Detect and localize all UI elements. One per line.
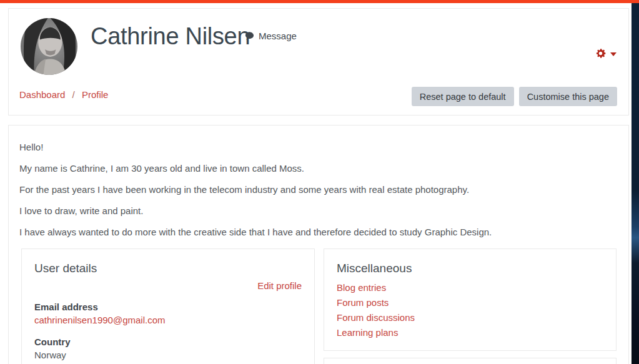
user-details-title: User details: [34, 260, 302, 277]
forum-posts-link[interactable]: Forum posts: [337, 295, 603, 310]
country-label: Country: [34, 335, 302, 348]
learning-plans-link[interactable]: Learning plans: [337, 325, 603, 340]
breadcrumb-separator: /: [72, 89, 75, 100]
message-label: Message: [259, 31, 297, 41]
blog-entries-link[interactable]: Blog entries: [337, 280, 603, 295]
profile-photo-placeholder: [21, 18, 77, 75]
profile-header-card: Cathrine Nilsen Message Dashboard / Prof…: [8, 8, 629, 116]
edit-profile-row: Edit profile: [34, 280, 302, 292]
gear-icon: [595, 47, 607, 59]
page-background-edge: [632, 3, 639, 364]
bio-paragraph: Hello!: [19, 140, 617, 154]
message-icon: [245, 31, 254, 41]
breadcrumb-profile[interactable]: Profile: [82, 89, 109, 100]
bio-paragraph: I love to draw, write and paint.: [19, 204, 617, 217]
message-link[interactable]: Message: [245, 31, 297, 41]
page-action-buttons: Reset page to default Customise this pag…: [412, 87, 617, 106]
user-details-card: User details Edit profile Email address …: [21, 248, 315, 364]
bio-paragraph: I have always wanted to do more with the…: [19, 225, 617, 239]
breadcrumb-dashboard[interactable]: Dashboard: [19, 89, 65, 100]
email-field: Email address cathrinenilsen1990@gmail.c…: [34, 300, 302, 327]
reset-page-button[interactable]: Reset page to default: [412, 87, 514, 106]
miscellaneous-card: Miscellaneous Blog entries Forum posts F…: [324, 248, 617, 351]
country-value: Norway: [34, 348, 66, 362]
email-label: Email address: [34, 300, 302, 313]
actions-menu[interactable]: [595, 47, 617, 59]
avatar: [21, 18, 77, 75]
customise-page-button[interactable]: Customise this page: [519, 87, 617, 106]
email-link[interactable]: cathrinenilsen1990@gmail.com: [34, 313, 166, 327]
country-field: Country Norway: [34, 335, 302, 362]
breadcrumb: Dashboard / Profile: [19, 89, 108, 100]
profile-content-card: Hello! My name is Cathrine, I am 30 year…: [8, 125, 629, 364]
right-column: Miscellaneous Blog entries Forum posts F…: [324, 248, 617, 364]
edit-profile-link[interactable]: Edit profile: [257, 280, 302, 291]
bio-paragraph: My name is Cathrine, I am 30 years old a…: [19, 162, 617, 175]
chevron-down-icon: [610, 52, 617, 56]
top-accent-bar: [0, 0, 639, 3]
miscellaneous-links: Blog entries Forum posts Forum discussio…: [337, 280, 603, 340]
bio-paragraph: For the past years I have been working i…: [19, 183, 617, 196]
profile-categories-row: User details Edit profile Email address …: [21, 248, 617, 364]
miscellaneous-title: Miscellaneous: [337, 260, 603, 277]
next-category-card: [324, 358, 617, 364]
forum-discussions-link[interactable]: Forum discussions: [337, 310, 603, 325]
page-title: Cathrine Nilsen: [91, 24, 250, 49]
